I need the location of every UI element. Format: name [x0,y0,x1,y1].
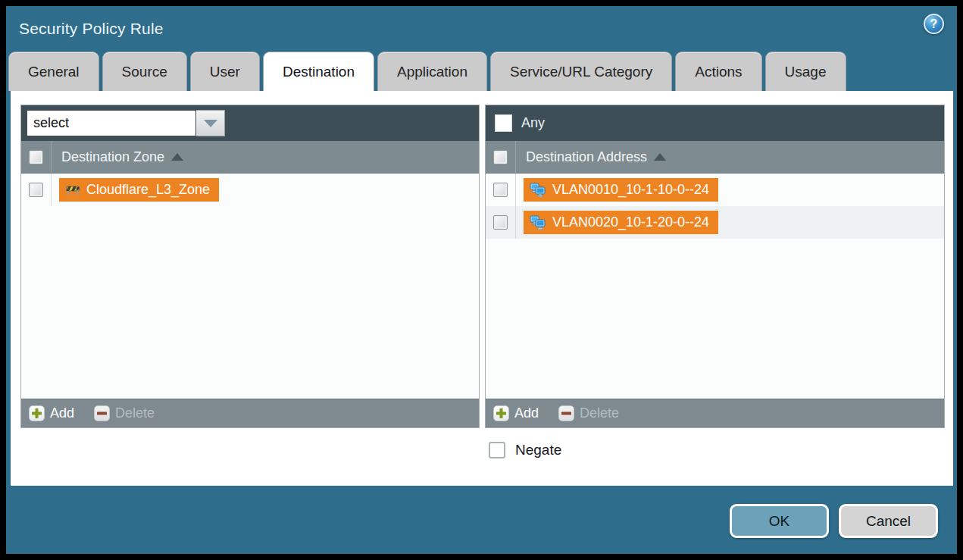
negate-option: Negate [489,442,561,458]
zone-select-all-cell [21,141,52,173]
minus-icon [558,405,574,421]
address-select-all-checkbox[interactable] [493,150,508,164]
zone-add-label: Add [50,405,74,421]
tab-source[interactable]: Source [102,52,187,91]
zone-filter-dropdown-button[interactable] [196,110,225,136]
tab-bar: General Source User Destination Applicat… [6,52,957,91]
tab-usage[interactable]: Usage [765,52,846,91]
dialog-title: Security Policy Rule [19,20,164,38]
tab-destination[interactable]: Destination [263,52,374,91]
zone-select-all-checkbox[interactable] [29,150,43,164]
tab-service-url-category[interactable]: Service/URL Category [490,52,672,91]
row-value-cell: VLAN0010_10-1-10-0--24 [516,174,718,206]
row-checkbox-cell [21,174,52,206]
zone-column-header[interactable]: Destination Zone [52,141,183,173]
address-entry[interactable]: VLAN0020_10-1-20-0--24 [524,211,718,234]
address-delete-button[interactable]: Delete [558,405,619,421]
any-checkbox[interactable] [495,114,512,132]
zone-entry[interactable]: Cloudflare_L3_Zone [59,178,219,202]
zone-panel-footer: Add Delete [21,399,479,427]
cancel-button[interactable]: Cancel [839,504,938,538]
row-value-cell: VLAN0020_10-1-20-0--24 [516,206,718,239]
address-select-all-cell [486,141,516,173]
dialog-titlebar: Security Policy Rule ? [6,6,957,52]
any-label: Any [521,115,545,131]
plus-icon [493,405,509,421]
address-column-label: Destination Address [526,149,647,165]
row-value-cell: Cloudflare_L3_Zone [52,174,219,206]
address-column-header[interactable]: Destination Address [516,141,666,173]
table-row: VLAN0010_10-1-10-0--24 [486,174,944,206]
destination-zone-panel: Destination Zone [20,105,480,428]
row-checkbox-cell [486,174,516,206]
zone-filter-combo [27,110,225,136]
address-icon [530,183,546,197]
address-entry-label: VLAN0020_10-1-20-0--24 [552,214,709,230]
row-checkbox-cell [486,206,516,239]
sort-ascending-icon [171,153,183,161]
zone-entry-label: Cloudflare_L3_Zone [86,182,210,198]
address-panel-header: Any [486,105,944,141]
tab-actions[interactable]: Actions [675,52,761,91]
zone-delete-label: Delete [115,405,155,421]
address-column-header-row: Destination Address [486,141,944,174]
table-row: Cloudflare_L3_Zone [21,174,479,206]
zone-column-label: Destination Zone [61,149,164,165]
tab-general[interactable]: General [8,52,99,91]
minus-icon [94,405,110,421]
negate-checkbox[interactable] [489,442,505,458]
help-icon[interactable]: ? [924,14,944,34]
zone-filter-input[interactable] [27,110,196,136]
zone-delete-button[interactable]: Delete [94,405,155,421]
sort-ascending-icon [654,153,666,161]
negate-label: Negate [515,442,561,458]
plus-icon [29,405,45,421]
row-checkbox[interactable] [493,215,508,230]
zone-panel-header [21,105,479,141]
address-add-button[interactable]: Add [493,405,539,421]
address-list: VLAN0010_10-1-10-0--24 [486,174,944,399]
zone-list: Cloudflare_L3_Zone [21,174,479,399]
address-icon [530,215,546,230]
row-checkbox[interactable] [29,183,43,197]
any-option: Any [491,114,545,132]
address-panel-footer: Add Delete [486,399,944,427]
zone-column-header-row: Destination Zone [21,141,479,174]
ok-button[interactable]: OK [730,504,829,538]
tab-user[interactable]: User [190,52,260,91]
zone-add-button[interactable]: Add [29,405,74,421]
row-checkbox[interactable] [493,183,508,197]
address-entry-label: VLAN0010_10-1-10-0--24 [552,182,709,198]
address-add-label: Add [514,405,539,421]
address-entry[interactable]: VLAN0010_10-1-10-0--24 [524,178,718,202]
destination-address-panel: Any Destination Address [485,105,945,428]
destination-tab-content: Destination Zone [11,91,953,486]
chevron-down-icon [204,120,217,127]
security-policy-rule-dialog: Security Policy Rule ? General Source Us… [6,6,957,554]
address-delete-label: Delete [580,405,619,421]
dialog-footer: OK Cancel [6,486,957,554]
tab-application[interactable]: Application [377,52,487,91]
table-row: VLAN0020_10-1-20-0--24 [486,206,944,239]
zone-icon [65,184,80,196]
